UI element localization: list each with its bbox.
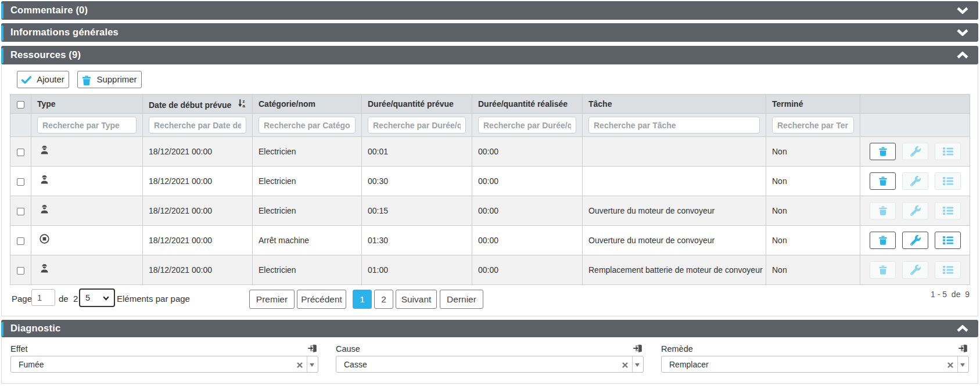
svg-text:a: a bbox=[243, 103, 246, 107]
